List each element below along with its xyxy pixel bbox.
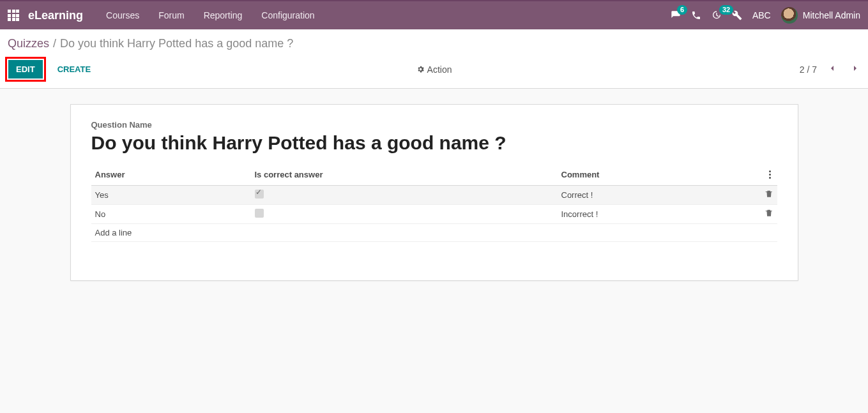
- phone-icon[interactable]: [691, 10, 701, 20]
- page-body: Question Name Do you think Harry Potted …: [0, 89, 868, 296]
- cell-answer: Yes: [91, 186, 251, 205]
- checkbox-unchecked-icon: [255, 209, 264, 218]
- activities-icon[interactable]: 32: [712, 10, 722, 20]
- nav-items: Courses Forum Reporting Configuration: [97, 6, 324, 24]
- control-row: Edit Create Action 2 / 7: [0, 54, 868, 88]
- trash-icon[interactable]: [765, 209, 773, 218]
- edit-highlight: Edit: [5, 57, 46, 82]
- question-title: Do you think Harry Potted has a good nam…: [91, 132, 777, 154]
- breadcrumb-separator: /: [53, 37, 56, 50]
- company-switcher[interactable]: ABC: [752, 10, 771, 20]
- cell-answer: No: [91, 205, 251, 224]
- nav-item-configuration[interactable]: Configuration: [252, 6, 323, 24]
- table-row[interactable]: Yes Correct !: [91, 186, 777, 205]
- nav-item-reporting[interactable]: Reporting: [195, 6, 252, 24]
- cell-comment: Correct !: [558, 186, 761, 205]
- top-navbar: eLearning Courses Forum Reporting Config…: [0, 1, 868, 29]
- answers-table: Answer Is correct answer Comment Yes Cor…: [91, 164, 777, 242]
- activities-badge: 32: [719, 5, 733, 15]
- cell-delete[interactable]: [761, 205, 777, 224]
- add-line-row[interactable]: Add a line: [91, 224, 777, 242]
- avatar: [781, 7, 798, 24]
- gear-icon: [416, 65, 425, 73]
- col-options[interactable]: [761, 164, 777, 186]
- create-button[interactable]: Create: [49, 60, 100, 79]
- breadcrumb-current: Do you think Harry Potted has a good nam…: [60, 37, 293, 50]
- form-sheet: Question Name Do you think Harry Potted …: [70, 104, 798, 281]
- apps-menu-icon[interactable]: [8, 10, 19, 21]
- cell-correct: [251, 205, 558, 224]
- col-answer[interactable]: Answer: [91, 164, 251, 186]
- user-name: Mitchell Admin: [803, 10, 860, 20]
- col-comment[interactable]: Comment: [558, 164, 761, 186]
- breadcrumb: Quizzes / Do you think Harry Potted has …: [0, 29, 868, 54]
- table-row[interactable]: No Incorrect !: [91, 205, 777, 224]
- add-line-link[interactable]: Add a line: [91, 224, 777, 242]
- question-label: Question Name: [91, 120, 777, 130]
- trash-icon[interactable]: [765, 190, 773, 199]
- debug-icon[interactable]: [732, 10, 742, 20]
- checkbox-checked-icon: [255, 190, 264, 199]
- user-menu[interactable]: Mitchell Admin: [781, 7, 860, 24]
- pager-prev[interactable]: [825, 61, 840, 79]
- nav-item-courses[interactable]: Courses: [97, 6, 148, 24]
- messages-badge: 6: [677, 5, 687, 15]
- pager: 2 / 7: [800, 61, 863, 79]
- action-label: Action: [427, 64, 452, 75]
- kebab-icon[interactable]: [766, 169, 773, 180]
- cell-comment: Incorrect !: [558, 205, 761, 224]
- cell-delete[interactable]: [761, 186, 777, 205]
- edit-button[interactable]: Edit: [8, 60, 43, 79]
- control-panel: Quizzes / Do you think Harry Potted has …: [0, 29, 868, 89]
- nav-item-forum[interactable]: Forum: [149, 6, 193, 24]
- breadcrumb-parent[interactable]: Quizzes: [8, 37, 49, 50]
- action-dropdown[interactable]: Action: [416, 64, 452, 75]
- table-header-row: Answer Is correct answer Comment: [91, 164, 777, 186]
- app-brand[interactable]: eLearning: [28, 9, 83, 22]
- messages-icon[interactable]: 6: [671, 10, 681, 20]
- pager-next[interactable]: [848, 61, 863, 79]
- cell-correct: [251, 186, 558, 205]
- pager-text[interactable]: 2 / 7: [800, 64, 817, 75]
- col-correct[interactable]: Is correct answer: [251, 164, 558, 186]
- nav-right: 6 32 ABC Mitchell Admin: [671, 7, 860, 24]
